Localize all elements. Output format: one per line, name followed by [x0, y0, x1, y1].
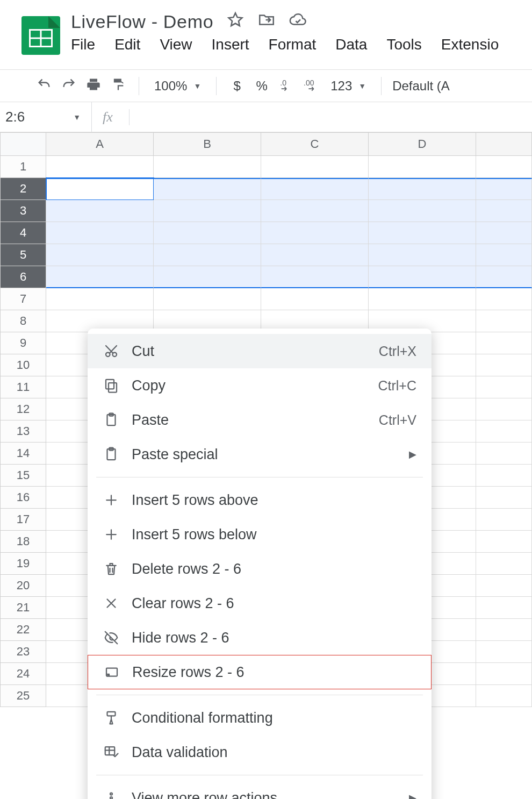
row-header[interactable]: 1 — [0, 156, 46, 178]
context-menu-item[interactable]: CutCtrl+X — [88, 334, 432, 368]
cell[interactable] — [154, 266, 261, 288]
context-menu-item[interactable]: Insert 5 rows above — [88, 483, 432, 517]
cell[interactable] — [46, 244, 154, 266]
menu-view[interactable]: View — [160, 36, 192, 53]
context-menu-item[interactable]: CopyCtrl+C — [88, 368, 432, 403]
percent-button[interactable]: % — [252, 79, 271, 94]
row-header[interactable]: 22 — [0, 619, 46, 641]
cell[interactable] — [261, 156, 369, 178]
cell[interactable] — [476, 509, 532, 531]
num-format-dropdown[interactable]: 123▼ — [326, 79, 370, 94]
cloud-status-icon[interactable] — [289, 11, 307, 33]
row-header[interactable]: 6 — [0, 266, 46, 288]
font-dropdown[interactable]: Default (A — [392, 79, 450, 94]
menu-edit[interactable]: Edit — [114, 36, 140, 53]
star-icon[interactable] — [226, 11, 245, 33]
cell[interactable] — [369, 288, 476, 310]
undo-button[interactable] — [34, 77, 54, 95]
cell[interactable] — [46, 222, 154, 244]
col-header[interactable]: D — [369, 132, 476, 156]
cell[interactable] — [46, 266, 154, 288]
row-header[interactable]: 11 — [0, 376, 46, 398]
cell[interactable] — [369, 178, 476, 200]
cell[interactable] — [476, 531, 532, 553]
row-header[interactable]: 9 — [0, 332, 46, 354]
col-header[interactable]: C — [261, 132, 369, 156]
cell[interactable] — [476, 487, 532, 509]
cell[interactable] — [46, 200, 154, 222]
paint-format-button[interactable] — [109, 77, 128, 95]
menu-extensions[interactable]: Extensio — [441, 36, 499, 53]
move-folder-icon[interactable] — [257, 11, 276, 33]
menu-format[interactable]: Format — [269, 36, 317, 53]
col-header[interactable]: A — [46, 132, 154, 156]
print-button[interactable] — [84, 77, 103, 95]
cell[interactable] — [476, 685, 532, 707]
row-header[interactable]: 20 — [0, 575, 46, 597]
row-header[interactable]: 21 — [0, 597, 46, 619]
context-menu-item[interactable]: Hide rows 2 - 6 — [88, 620, 432, 655]
row-header[interactable]: 15 — [0, 465, 46, 487]
cell[interactable] — [154, 222, 261, 244]
row-header[interactable]: 10 — [0, 354, 46, 376]
currency-button[interactable]: $ — [227, 79, 247, 94]
cell[interactable] — [476, 354, 532, 376]
cell[interactable] — [46, 156, 154, 178]
cell[interactable] — [369, 244, 476, 266]
row-header[interactable]: 5 — [0, 244, 46, 266]
context-menu-item[interactable]: PasteCtrl+V — [88, 403, 432, 437]
cell[interactable] — [476, 641, 532, 663]
cell[interactable] — [154, 200, 261, 222]
cell[interactable] — [369, 222, 476, 244]
cell[interactable] — [476, 420, 532, 443]
cell[interactable] — [476, 663, 532, 685]
row-header[interactable]: 25 — [0, 685, 46, 707]
menu-data[interactable]: Data — [335, 36, 367, 53]
cell[interactable] — [476, 332, 532, 354]
context-menu-item[interactable]: Delete rows 2 - 6 — [88, 552, 432, 586]
select-all-corner[interactable] — [0, 132, 46, 156]
cell[interactable] — [476, 244, 532, 266]
cell[interactable] — [154, 156, 261, 178]
row-header[interactable]: 16 — [0, 487, 46, 509]
increase-decimal-button[interactable]: .00 — [301, 77, 321, 95]
cell[interactable] — [476, 156, 532, 178]
cell[interactable] — [476, 376, 532, 398]
cell[interactable] — [476, 310, 532, 332]
row-header[interactable]: 4 — [0, 222, 46, 244]
cell[interactable] — [476, 575, 532, 597]
cell[interactable] — [369, 266, 476, 288]
cell[interactable] — [261, 222, 369, 244]
cell[interactable] — [46, 178, 154, 200]
context-menu-item[interactable]: Clear rows 2 - 6 — [88, 586, 432, 620]
row-header[interactable]: 19 — [0, 553, 46, 575]
cell[interactable] — [476, 597, 532, 619]
context-menu-item[interactable]: Conditional formatting — [88, 701, 432, 735]
cell[interactable] — [476, 465, 532, 487]
row-header[interactable]: 2 — [0, 178, 46, 200]
row-header[interactable]: 14 — [0, 443, 46, 465]
context-menu-item[interactable]: Paste special▶ — [88, 437, 432, 472]
cell[interactable] — [476, 443, 532, 465]
cell[interactable] — [261, 266, 369, 288]
cell[interactable] — [46, 288, 154, 310]
cell[interactable] — [154, 244, 261, 266]
cell[interactable] — [476, 178, 532, 200]
cell[interactable] — [261, 200, 369, 222]
context-menu-item[interactable]: View more row actions▶ — [88, 781, 432, 799]
cell[interactable] — [476, 553, 532, 575]
row-header[interactable]: 24 — [0, 663, 46, 685]
cell[interactable] — [369, 156, 476, 178]
row-header[interactable]: 7 — [0, 288, 46, 310]
name-box[interactable]: 2:6▼ — [0, 109, 91, 125]
cell[interactable] — [154, 178, 261, 200]
row-header[interactable]: 18 — [0, 531, 46, 553]
row-header[interactable]: 23 — [0, 641, 46, 663]
row-header[interactable]: 13 — [0, 420, 46, 443]
row-header[interactable]: 17 — [0, 509, 46, 531]
row-header[interactable]: 8 — [0, 310, 46, 332]
cell[interactable] — [476, 222, 532, 244]
context-menu-item[interactable]: Data validation — [88, 735, 432, 769]
cell[interactable] — [261, 244, 369, 266]
row-header[interactable]: 3 — [0, 200, 46, 222]
